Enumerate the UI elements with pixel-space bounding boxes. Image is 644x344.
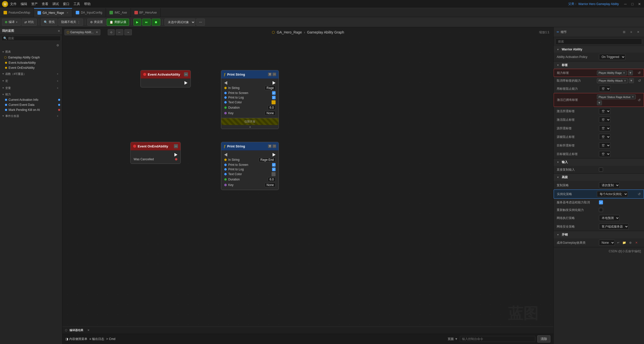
instance-policy-select[interactable]: 每个Actor实例化 bbox=[597, 191, 628, 197]
class-defaults-button[interactable]: 📋 类默认值 bbox=[107, 19, 129, 26]
tree-item-current-event[interactable]: Current Event Data bbox=[0, 102, 62, 107]
input-section-header[interactable]: ▼ 输入 bbox=[554, 159, 644, 166]
class-settings-button[interactable]: ⚙ 类设置 bbox=[87, 19, 106, 26]
retrigger-checkbox[interactable] bbox=[599, 208, 603, 212]
node-print2-collapse-icon[interactable]: ▽ bbox=[268, 144, 272, 148]
net-exec-policy-select[interactable]: 本地预测 bbox=[599, 215, 620, 221]
right-panel-grid-icon[interactable]: ⊞ bbox=[621, 29, 627, 35]
menu-edit[interactable]: 编辑 bbox=[21, 2, 27, 6]
close-button[interactable]: ✕ bbox=[637, 2, 642, 7]
section-header-functions[interactable]: ▼ 函数（4可覆盖） + bbox=[0, 70, 62, 77]
section-header-graph[interactable]: ▼ 图表 bbox=[0, 49, 62, 55]
resume-button[interactable]: ⏭ bbox=[142, 19, 151, 26]
direct-copy-input-checkbox[interactable] bbox=[599, 168, 603, 172]
print2-key-value[interactable]: None bbox=[265, 183, 276, 187]
menu-tools[interactable]: 工具 bbox=[73, 2, 80, 6]
section-header-variables[interactable]: ▼ 变量 + bbox=[0, 84, 62, 91]
canvas-tab-close[interactable]: ✕ bbox=[96, 30, 98, 34]
section-header-macros[interactable]: ▼ 宏 + bbox=[0, 77, 62, 84]
node-event-onend[interactable]: Event OnEndAbility ⋯ Was Cancelled bbox=[130, 142, 181, 164]
tree-item-mark-pending[interactable]: Mark Pending Kill on At bbox=[0, 107, 62, 112]
tree-item-current-activation[interactable]: Current Activation Info bbox=[0, 97, 62, 102]
play-button[interactable]: ▶ bbox=[133, 19, 141, 26]
stop-button[interactable]: ⏹ bbox=[152, 19, 160, 26]
tab-ga-hero-rage[interactable]: GA_Hero_Rage ✕ bbox=[34, 8, 72, 17]
menu-window[interactable]: 窗口 bbox=[63, 2, 69, 6]
nav-mode-btn[interactable]: ⊹ bbox=[108, 29, 115, 35]
cost-remove-icon[interactable]: ✕ bbox=[634, 240, 639, 245]
node-print2-options-icon[interactable]: ⋯ bbox=[273, 144, 276, 148]
target-required-tags-select[interactable]: 空 bbox=[599, 142, 611, 148]
activate-owned-tags-dropdown[interactable]: ▼ bbox=[597, 100, 602, 105]
activate-owned-tags-reset[interactable]: ↺ bbox=[638, 98, 641, 102]
right-panel-list-icon[interactable]: ≡ bbox=[628, 29, 634, 35]
nav-back-btn[interactable]: ← bbox=[116, 29, 123, 35]
print1-key-value[interactable]: None bbox=[265, 111, 276, 115]
node-options-icon[interactable]: ⋯ bbox=[184, 72, 188, 76]
node-print-string-1[interactable]: ƒ Print String ▽ ⋯ In String Rage bbox=[221, 70, 279, 129]
node-onend-options-icon[interactable]: ⋯ bbox=[174, 144, 178, 148]
section-header-ability[interactable]: ▼ 能力 bbox=[0, 91, 62, 97]
tab-imc-axe[interactable]: IMC_Axe bbox=[106, 8, 131, 17]
menu-asset[interactable]: 资产 bbox=[31, 2, 38, 6]
cost-gameplay-effect-select[interactable]: None bbox=[599, 240, 615, 246]
print2-textcolor-value[interactable] bbox=[272, 172, 276, 176]
section-header-event-dispatcher[interactable]: ▼ 事件分发器 + bbox=[0, 112, 62, 119]
debug-extra-button[interactable]: ⋯ bbox=[196, 19, 205, 26]
print2-printscreen-check[interactable]: ✓ bbox=[272, 163, 276, 167]
menu-debug[interactable]: 调试 bbox=[52, 2, 59, 6]
tag-player-ability-attack-remove[interactable]: ✕ bbox=[624, 79, 626, 82]
tree-item-gameplay-ability-graph[interactable]: ⬡ Gameplay Ability Graph bbox=[0, 55, 62, 60]
warrior-ability-section-header[interactable]: ▼ Warrior Ability bbox=[554, 46, 644, 53]
tab-featuredevmap[interactable]: FeatureDevMap bbox=[0, 8, 34, 17]
debug-target-select[interactable]: 未选中调试对象 bbox=[165, 19, 195, 26]
cancel-tags-reset[interactable]: ↺ bbox=[638, 79, 641, 83]
menu-file[interactable]: 文件 bbox=[10, 2, 17, 6]
net-security-policy-select[interactable]: 客户端或服务器 bbox=[599, 224, 629, 230]
print2-duration-value[interactable]: 6.0 bbox=[268, 177, 276, 182]
ability-tags-dropdown[interactable]: ▼ bbox=[628, 70, 633, 75]
bottom-tab-content[interactable]: ◨ 内容侧滑菜单 bbox=[65, 337, 87, 341]
search-button[interactable]: 🔍 查找 bbox=[41, 19, 57, 26]
bottom-tab-cmd[interactable]: > Cmd bbox=[106, 337, 115, 341]
left-panel-search[interactable]: 🔍 bbox=[2, 36, 61, 41]
block-tags-select[interactable]: 空 bbox=[599, 86, 611, 92]
left-panel-search-input[interactable] bbox=[8, 37, 59, 40]
tab-bp-heroaxe[interactable]: BP_HeroAxe bbox=[131, 8, 161, 17]
node-options-2-icon[interactable]: ⋯ bbox=[273, 73, 276, 76]
diff-button[interactable]: ⇄ 对比 bbox=[22, 19, 37, 26]
ability-activation-policy-select[interactable]: On Triggered bbox=[599, 54, 625, 60]
ability-tags-reset[interactable]: ↺ bbox=[638, 71, 641, 75]
target-blocked-tags-select[interactable]: 空 bbox=[599, 151, 611, 157]
minimize-button[interactable]: ─ bbox=[623, 2, 628, 7]
compiler-close-icon[interactable]: ✕ bbox=[87, 329, 90, 332]
source-required-tags-select[interactable]: 空 bbox=[599, 125, 611, 131]
cost-browse-icon[interactable]: 📁 bbox=[622, 240, 627, 245]
print1-printscreen-check[interactable]: ✓ bbox=[272, 91, 276, 95]
node-collapse-icon[interactable]: ▽ bbox=[268, 73, 272, 76]
tab-close-ga-hero-rage[interactable]: ✕ bbox=[66, 11, 68, 14]
node-event-activate[interactable]: Event ActivateAbility ⋯ bbox=[140, 70, 191, 87]
menu-help[interactable]: 帮助 bbox=[84, 2, 91, 6]
tag-player-ability-rage-remove[interactable]: ✕ bbox=[623, 71, 625, 75]
tags-section-header[interactable]: ▼ 标签 bbox=[554, 61, 644, 69]
console-input[interactable] bbox=[460, 336, 535, 342]
cost-nav-icon[interactable]: ↵ bbox=[616, 240, 621, 245]
tree-item-event-activate[interactable]: Event ActivateAbility bbox=[0, 60, 62, 65]
advanced-section-header[interactable]: ▼ 高级 bbox=[554, 174, 644, 181]
tab-da-input[interactable]: DA_InputConfig bbox=[72, 8, 106, 17]
add-macro-icon[interactable]: + bbox=[55, 78, 60, 83]
tree-item-event-onend[interactable]: Event OnEndAbility bbox=[0, 65, 62, 70]
print2-printtolog-check[interactable]: ✓ bbox=[272, 168, 276, 171]
hide-unrelated-button[interactable]: 隐藏不相关 ⋮ bbox=[58, 19, 83, 26]
activate-required-tags-select[interactable]: 空 bbox=[599, 108, 611, 114]
activate-block-tags-select[interactable]: 空 bbox=[599, 117, 611, 123]
add-variable-icon[interactable]: + bbox=[55, 85, 60, 90]
node-print-string-2[interactable]: ƒ Print String ▽ ⋯ In String Rage End bbox=[221, 142, 279, 190]
add-function-icon[interactable]: + bbox=[55, 71, 60, 76]
page-dropdown[interactable]: 页面 ▼ bbox=[448, 337, 458, 341]
right-panel-close-icon[interactable]: ✕ bbox=[635, 29, 641, 35]
bottom-tab-output[interactable]: ≡ 输出日志 bbox=[89, 337, 104, 341]
add-event-dispatcher-icon[interactable]: + bbox=[55, 113, 60, 118]
print1-duration-value[interactable]: 6.0 bbox=[268, 105, 276, 110]
